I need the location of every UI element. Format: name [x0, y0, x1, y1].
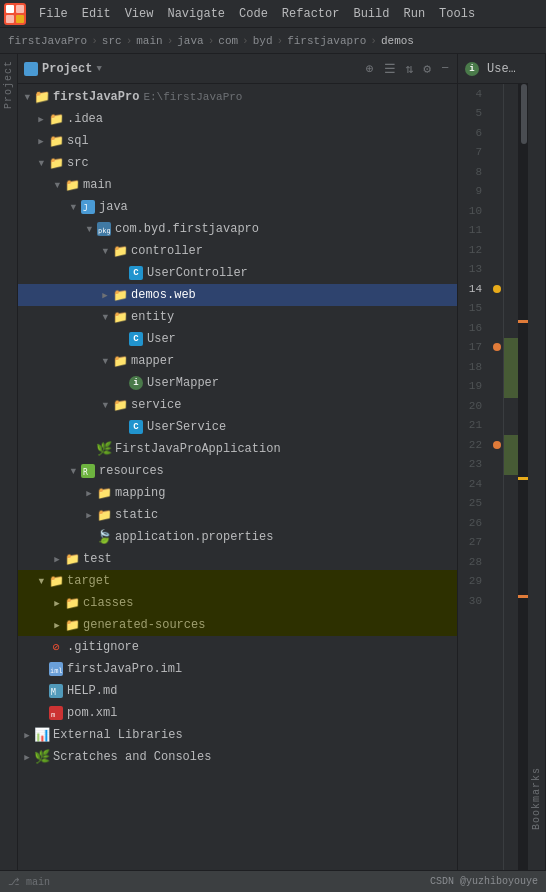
locate-icon[interactable]: ⊕	[364, 60, 376, 78]
tree-item-external-libraries[interactable]: ▶ 📊 External Libraries	[18, 724, 457, 746]
md-icon: M	[48, 683, 64, 699]
folder-icon: 📁	[112, 287, 128, 303]
line-number: 5	[458, 107, 490, 119]
tree-item-generated-sources[interactable]: ▶ 📁 generated-sources	[18, 614, 457, 636]
tree-arrow: ▶	[50, 598, 64, 609]
menu-navigate[interactable]: Navigate	[160, 5, 232, 23]
tree-item-main[interactable]: ▶ 📁 main	[18, 174, 457, 196]
tree-item-mapping[interactable]: ▶ 📁 mapping	[18, 482, 457, 504]
tree-item-firstJavaPro[interactable]: ▶ 📁 firstJavaPro E:\firstJavaPro	[18, 86, 457, 108]
panel-toolbar: Project ▼ ⊕ ☰ ⇅ ⚙ −	[18, 54, 457, 84]
code-content[interactable]	[504, 84, 518, 870]
tree-item-controller[interactable]: ▶ 📁 controller	[18, 240, 457, 262]
statusbar-csdn: CSDN @yuzhiboyouye	[430, 876, 538, 887]
menu-tools[interactable]: Tools	[432, 5, 482, 23]
tree-item-gitignore[interactable]: ▶ ⊘ .gitignore	[18, 636, 457, 658]
menu-refactor[interactable]: Refactor	[275, 5, 347, 23]
folder-icon: 📁	[48, 133, 64, 149]
line-row: 10	[458, 201, 503, 221]
menu-build[interactable]: Build	[346, 5, 396, 23]
tree-label: .gitignore	[67, 640, 139, 654]
panel-dropdown-arrow[interactable]: ▼	[96, 64, 101, 74]
breadcrumb-item-demos[interactable]: demos	[381, 35, 414, 47]
tree-item-scratches[interactable]: ▶ 🌿 Scratches and Consoles	[18, 746, 457, 768]
bookmarks-label-text: Bookmarks	[531, 767, 542, 830]
tree-item-FirstJavaProApplication[interactable]: ▶ 🌿 FirstJavaProApplication	[18, 438, 457, 460]
tree-label: src	[67, 156, 89, 170]
tree-item-target[interactable]: ▶ 📁 target	[18, 570, 457, 592]
breadcrumb-item-java[interactable]: java	[177, 35, 203, 47]
line-row: 13	[458, 260, 503, 280]
package-icon: pkg	[96, 221, 112, 237]
tree-item-src[interactable]: ▶ 📁 src	[18, 152, 457, 174]
breadcrumb-item-main[interactable]: main	[136, 35, 162, 47]
tree-label: External Libraries	[53, 728, 183, 742]
tree-item-UserService[interactable]: ▶ C UserService	[18, 416, 457, 438]
breadcrumb-item-project[interactable]: firstJavaPro	[8, 35, 87, 47]
tree-label: firstJavaPro	[53, 90, 139, 104]
line-row: 17	[458, 338, 503, 358]
tree-item-iml[interactable]: ▶ iml firstJavaPro.iml	[18, 658, 457, 680]
tree-item-helpmd[interactable]: ▶ M HELP.md	[18, 680, 457, 702]
tree-item-service[interactable]: ▶ 📁 service	[18, 394, 457, 416]
line-row: 26	[458, 513, 503, 533]
tree-item-mapper[interactable]: ▶ 📁 mapper	[18, 350, 457, 372]
gutter-cell-orange	[490, 343, 504, 351]
svg-rect-4	[16, 15, 24, 23]
collapse-icon[interactable]: ☰	[382, 60, 398, 78]
sort-icon[interactable]: ⇅	[404, 60, 416, 78]
tree-label: .idea	[67, 112, 103, 126]
tree-item-UserMapper[interactable]: ▶ i UserMapper	[18, 372, 457, 394]
breadcrumb-item-src[interactable]: src	[102, 35, 122, 47]
tree-item-package[interactable]: ▶ pkg com.byd.firstjavapro	[18, 218, 457, 240]
breadcrumb-item-firstjavapro[interactable]: firstjavapro	[287, 35, 366, 47]
right-scrollbar[interactable]	[518, 84, 528, 870]
tree-item-entity[interactable]: ▶ 📁 entity	[18, 306, 457, 328]
tree-item-application-properties[interactable]: ▶ 🍃 application.properties	[18, 526, 457, 548]
app-logo	[4, 3, 26, 25]
menu-file[interactable]: File	[32, 5, 75, 23]
tab-title[interactable]: UserMapper	[487, 62, 522, 76]
line-row: 20	[458, 396, 503, 416]
java-src-icon: J	[80, 199, 96, 215]
line-number: 19	[458, 380, 490, 392]
line-number: 12	[458, 244, 490, 256]
breadcrumb-item-byd[interactable]: byd	[253, 35, 273, 47]
tree-item-classes[interactable]: ▶ 📁 classes	[18, 592, 457, 614]
close-icon[interactable]: −	[439, 60, 451, 77]
tree-item-java[interactable]: ▶ J java	[18, 196, 457, 218]
svg-text:iml: iml	[50, 667, 63, 675]
line-number: 22	[458, 439, 490, 451]
tree-item-resources[interactable]: ▶ R resources	[18, 460, 457, 482]
folder-icon: 📁	[112, 353, 128, 369]
line-number: 13	[458, 263, 490, 275]
tree-label: demos.web	[131, 288, 196, 302]
tree-label: HELP.md	[67, 684, 117, 698]
tree-item-User[interactable]: ▶ C User	[18, 328, 457, 350]
bulb-marker	[493, 285, 501, 293]
line-number: 10	[458, 205, 490, 217]
menu-run[interactable]: Run	[396, 5, 432, 23]
breadcrumb-item-com[interactable]: com	[218, 35, 238, 47]
settings-icon[interactable]: ⚙	[421, 60, 433, 78]
tree-label: classes	[83, 596, 133, 610]
tree-item-idea[interactable]: ▶ 📁 .idea	[18, 108, 457, 130]
tree-item-sql[interactable]: ▶ 📁 sql	[18, 130, 457, 152]
tree-item-UserController[interactable]: ▶ C UserController	[18, 262, 457, 284]
tree-item-demos-web[interactable]: ▶ 📁 demos.web	[18, 284, 457, 306]
menu-code[interactable]: Code	[232, 5, 275, 23]
bookmarks-side-label: Bookmarks	[528, 54, 546, 870]
toolbar-icons: ⊕ ☰ ⇅ ⚙ −	[364, 60, 451, 78]
folder-orange-icon: 📁	[48, 573, 64, 589]
line-number: 16	[458, 322, 490, 334]
tree-item-pomxml[interactable]: ▶ m pom.xml	[18, 702, 457, 724]
scrollbar-thumb[interactable]	[521, 84, 527, 144]
tree-label: FirstJavaProApplication	[115, 442, 281, 456]
tree-label: mapping	[115, 486, 165, 500]
menu-edit[interactable]: Edit	[75, 5, 118, 23]
tree-item-static[interactable]: ▶ 📁 static	[18, 504, 457, 526]
folder-orange-icon: 📁	[64, 617, 80, 633]
menu-view[interactable]: View	[118, 5, 161, 23]
code-block-green	[504, 338, 518, 398]
tree-item-test[interactable]: ▶ 📁 test	[18, 548, 457, 570]
